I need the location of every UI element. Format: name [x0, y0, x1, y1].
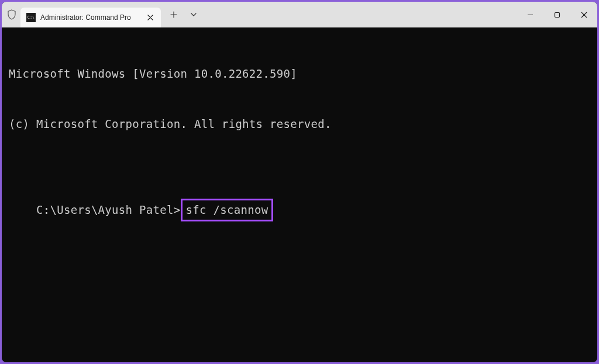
cmd-icon: C:\ — [26, 13, 36, 22]
tab-dropdown-button[interactable] — [184, 5, 203, 24]
terminal-blank-line — [9, 165, 590, 182]
chevron-down-icon — [191, 13, 197, 16]
terminal-body[interactable]: Microsoft Windows [Version 10.0.22622.59… — [2, 27, 597, 362]
titlebar-left: C:\ Administrator: Command Pro — [6, 2, 517, 27]
close-icon — [581, 12, 587, 18]
terminal-window: C:\ Administrator: Command Pro — [2, 2, 597, 362]
maximize-button[interactable] — [543, 2, 570, 27]
window-controls — [517, 2, 597, 27]
close-button[interactable] — [570, 2, 597, 27]
maximize-icon — [554, 12, 560, 18]
tab-active[interactable]: C:\ Administrator: Command Pro — [20, 8, 161, 27]
tab-title: Administrator: Command Pro — [40, 13, 141, 22]
tab-close-button[interactable] — [146, 13, 155, 22]
command-highlight: sfc /scannow — [181, 199, 274, 221]
terminal-command: sfc /scannow — [186, 203, 268, 216]
terminal-output-line: Microsoft Windows [Version 10.0.22622.59… — [9, 65, 590, 82]
shield-icon — [6, 9, 17, 20]
terminal-output-line: (c) Microsoft Corporation. All rights re… — [9, 116, 590, 133]
minimize-button[interactable] — [517, 2, 543, 27]
new-tab-button[interactable] — [164, 5, 183, 24]
terminal-prompt: C:\Users\Ayush Patel> — [36, 203, 181, 216]
titlebar: C:\ Administrator: Command Pro — [2, 2, 597, 27]
svg-rect-0 — [555, 12, 559, 17]
minimize-icon — [527, 12, 533, 18]
